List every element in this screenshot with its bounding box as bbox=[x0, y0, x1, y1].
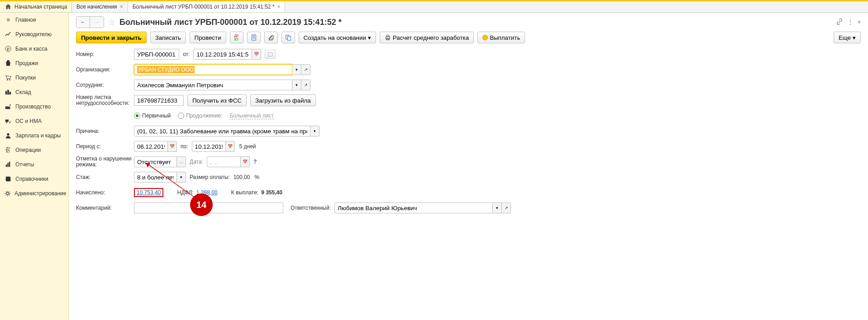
period-to-label: по: bbox=[181, 143, 188, 150]
svg-rect-19 bbox=[287, 36, 291, 40]
more-menu-icon[interactable]: ⋮ bbox=[848, 19, 853, 25]
responsible-input[interactable] bbox=[334, 202, 493, 213]
dropdown-icon[interactable]: ▾ bbox=[493, 202, 502, 213]
more-button[interactable]: Еще ▾ bbox=[834, 32, 861, 43]
to-pay-value: 9 355,40 bbox=[261, 189, 282, 196]
org-input[interactable]: УРБАН СТУДИО ООО bbox=[134, 64, 292, 75]
sidebar-item-production[interactable]: Производство bbox=[0, 99, 68, 114]
favorite-icon[interactable]: ☆ bbox=[108, 17, 116, 28]
sidebar-item-manager[interactable]: Руководителю bbox=[0, 27, 68, 42]
close-icon[interactable]: × bbox=[277, 4, 280, 10]
close-icon[interactable]: × bbox=[120, 4, 123, 10]
top-tabbar: Начальная страница Все начисления × Боль… bbox=[0, 0, 868, 13]
sidebar-item-assets[interactable]: ОС и НМА bbox=[0, 114, 68, 128]
dropdown-icon[interactable]: ▾ bbox=[177, 172, 186, 183]
violation-input[interactable] bbox=[134, 156, 177, 167]
calc-average-button[interactable]: Расчет среднего заработка bbox=[380, 32, 474, 43]
pay-button[interactable]: Выплатить bbox=[477, 32, 525, 43]
reason-input[interactable] bbox=[134, 126, 310, 136]
dropdown-icon[interactable]: ▾ bbox=[310, 126, 320, 136]
period-from-label: Период с: bbox=[76, 143, 134, 150]
sidebar-item-reports[interactable]: Отчеты bbox=[0, 157, 68, 172]
sidebar-item-admin[interactable]: Администрирование bbox=[0, 186, 68, 201]
org-label: Организация: bbox=[76, 66, 134, 73]
sidebar-item-sales[interactable]: Продажи bbox=[0, 56, 68, 71]
responsible-label: Ответственный: bbox=[291, 205, 331, 211]
close-document-icon[interactable]: × bbox=[858, 19, 861, 25]
warehouse-icon bbox=[5, 89, 12, 96]
back-button[interactable]: ← bbox=[76, 17, 90, 28]
calendar-icon[interactable]: 📅 bbox=[226, 141, 235, 152]
sidebar-item-label: Операции bbox=[15, 147, 41, 153]
operations-icon: ДтКт bbox=[5, 146, 12, 154]
violation-date-label: Дата: bbox=[190, 159, 203, 165]
number-input[interactable] bbox=[134, 49, 179, 60]
calendar-icon[interactable]: 📅 bbox=[241, 156, 250, 167]
printer-icon bbox=[385, 34, 391, 41]
dropdown-icon[interactable]: ▾ bbox=[292, 64, 301, 75]
experience-input[interactable] bbox=[134, 172, 177, 183]
ellipsis-icon[interactable]: … bbox=[177, 156, 186, 167]
calendar-extra-icon[interactable] bbox=[265, 50, 276, 59]
continuation-link[interactable]: Больничный лист bbox=[229, 113, 274, 119]
copy-icon-button[interactable] bbox=[281, 32, 295, 43]
sidebar-item-label: Продажи bbox=[15, 60, 38, 66]
sheet-no-input[interactable] bbox=[134, 95, 184, 106]
period-from-input[interactable] bbox=[134, 141, 168, 152]
radio-icon bbox=[134, 113, 140, 119]
sidebar-item-purchases[interactable]: Покупки bbox=[0, 71, 68, 85]
employee-input[interactable] bbox=[134, 80, 292, 90]
calendar-icon[interactable]: 📅 bbox=[252, 49, 261, 60]
period-to-input[interactable] bbox=[192, 141, 226, 152]
sidebar-item-salary[interactable]: Зарплата и кадры bbox=[0, 128, 68, 143]
document-icon-button[interactable] bbox=[247, 32, 261, 43]
load-file-button[interactable]: Загрузить из файла bbox=[250, 94, 316, 106]
help-icon[interactable]: ? bbox=[253, 159, 257, 165]
dt-kt-icon-button[interactable]: ДтКт bbox=[230, 32, 243, 43]
sidebar-item-bank[interactable]: ₽Банк и касса bbox=[0, 42, 68, 56]
open-icon[interactable]: ↗ bbox=[301, 80, 310, 90]
tab-label: Больничный лист УРБП-000001 от 10.12.201… bbox=[133, 4, 275, 10]
forward-button[interactable]: → bbox=[90, 17, 104, 28]
home-tab[interactable]: Начальная страница bbox=[0, 1, 72, 12]
sidebar-item-label: Покупки bbox=[15, 75, 36, 81]
document-title: Больничный лист УРБП-000001 от 10.12.201… bbox=[119, 18, 342, 27]
tab-sick-leave[interactable]: Больничный лист УРБП-000001 от 10.12.201… bbox=[128, 1, 286, 12]
calendar-icon[interactable]: 📅 bbox=[168, 141, 177, 152]
sidebar-item-directories[interactable]: Справочники bbox=[0, 172, 68, 186]
primary-radio[interactable]: Первичный bbox=[134, 113, 171, 119]
sidebar-item-operations[interactable]: ДтКтОперации bbox=[0, 143, 68, 157]
sidebar-item-warehouse[interactable]: Склад bbox=[0, 85, 68, 99]
svg-rect-11 bbox=[7, 163, 9, 167]
svg-point-3 bbox=[9, 79, 10, 80]
menu-icon: ≡ bbox=[5, 16, 12, 24]
post-button[interactable]: Провести bbox=[190, 32, 226, 43]
dropdown-icon[interactable]: ▾ bbox=[292, 80, 301, 90]
svg-rect-14 bbox=[252, 35, 256, 40]
open-icon[interactable]: ↗ bbox=[502, 202, 511, 213]
get-fss-button[interactable]: Получить из ФСС bbox=[187, 94, 247, 106]
to-pay-label: К выплате: bbox=[231, 189, 259, 196]
link-icon[interactable] bbox=[836, 18, 843, 27]
open-icon[interactable]: ↗ bbox=[301, 64, 310, 75]
sidebar-item-label: Производство bbox=[15, 104, 51, 110]
violation-label: Отметка о нарушении режима: bbox=[76, 156, 134, 168]
attach-icon-button[interactable] bbox=[264, 32, 278, 43]
save-button[interactable]: Записать bbox=[150, 32, 186, 43]
tab-all-accruals[interactable]: Все начисления × bbox=[72, 1, 128, 12]
create-based-button[interactable]: Создать на основании ▾ bbox=[299, 32, 376, 43]
button-label: Расчет среднего заработка bbox=[393, 34, 469, 41]
date-input[interactable] bbox=[193, 49, 252, 60]
accrued-label: Начислено: bbox=[76, 189, 134, 196]
comment-label: Комментарий: bbox=[76, 205, 134, 211]
accrued-link[interactable]: 10 753,40 bbox=[137, 189, 161, 196]
chevron-down-icon: ▾ bbox=[853, 34, 856, 41]
sidebar-item-label: ОС и НМА bbox=[15, 118, 42, 124]
button-label: Еще bbox=[839, 34, 851, 41]
post-and-close-button[interactable]: Провести и закрыть bbox=[76, 32, 147, 43]
continuation-radio[interactable]: Продолжение: bbox=[178, 113, 222, 119]
violation-date-input[interactable] bbox=[207, 156, 241, 167]
sidebar-item-label: Банк и касса bbox=[15, 46, 48, 52]
sidebar-item-main[interactable]: ≡Главное bbox=[0, 13, 68, 27]
days-text: 5 дней bbox=[239, 143, 256, 150]
